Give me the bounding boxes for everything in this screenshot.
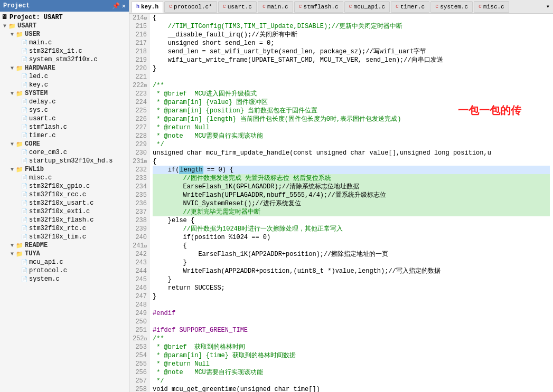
tree-label-flash-c: stm32f10x_flash.c — [29, 216, 93, 224]
tree-item-key-c[interactable]: 📄key.c — [0, 81, 129, 89]
tree-item-rcc-c[interactable]: 📄stm32f10x_rcc.c — [0, 190, 129, 199]
code-wrapper: 一包一包的传 214⊟215216217218219220221222⊟2232… — [129, 14, 553, 392]
line-num-258: 258 — [132, 385, 147, 392]
tree-item-sys-c[interactable]: 📄sys.c — [0, 106, 129, 114]
tab-icon-mcu-api-c: c — [349, 4, 352, 9]
tree-icon-delay-c: 📄 — [21, 99, 27, 105]
code-view[interactable]: 214⊟215216217218219220221222⊟22322422522… — [129, 14, 553, 392]
tree-label-core-folder: CORE — [25, 140, 40, 148]
tree-root-label: Project: USART — [10, 14, 63, 21]
tree-label-misc-c: misc.c — [29, 174, 52, 181]
tab-key-h[interactable]: hkey.h — [132, 1, 163, 13]
tree-item-fwlib[interactable]: ▼📁FWLib — [0, 165, 129, 174]
tree-item-misc-c[interactable]: 📄misc.c — [0, 174, 129, 182]
tree-item-system2-c[interactable]: 📄system.c — [0, 275, 129, 283]
code-line-230: unsigned char mcu_firm_update_handle(con… — [153, 149, 550, 157]
code-line-217: unsigned short send_len = 0; — [153, 39, 550, 47]
tab-usart-c[interactable]: cusart.c — [218, 1, 257, 13]
tree-item-core-cm3[interactable]: 📄core_cm3.c — [0, 148, 129, 157]
tree-expander-readme[interactable]: ▼ — [8, 243, 16, 248]
tree-item-hardware[interactable]: ▼📁HARDWARE — [0, 64, 129, 72]
tree-item-timer-c[interactable]: 📄timer.c — [0, 131, 129, 140]
tab-mcu-api-c[interactable]: cmcu_api.c — [344, 1, 390, 13]
tab-stmflash-c[interactable]: cstmflash.c — [294, 1, 343, 13]
tab-overflow-button[interactable]: ▾ — [543, 3, 553, 11]
line-num-218: 218 — [132, 47, 147, 56]
line-num-250: 250 — [132, 318, 147, 326]
tab-icon-main-c: c — [263, 4, 266, 9]
code-line-221 — [153, 73, 550, 81]
tree-item-gpio-c[interactable]: 📄stm32f10x_gpio.c — [0, 182, 129, 190]
code-line-258: void mcu_get_greentime(unsigned char tim… — [153, 385, 550, 392]
tree-item-user[interactable]: ▼📁USER — [0, 30, 129, 39]
tree-item-readme[interactable]: ▼📁README — [0, 241, 129, 250]
tree-item-usart-root[interactable]: ▼📁USART — [0, 22, 129, 30]
tree-expander-core-folder[interactable]: ▼ — [8, 141, 16, 147]
tree-label-timer-c: timer.c — [29, 132, 55, 139]
tree-expander-system-folder[interactable]: ▼ — [8, 91, 16, 97]
tree-icon-startup: 📄 — [21, 158, 27, 164]
tab-misc-c[interactable]: cmisc.c — [474, 1, 509, 13]
line-num-238: 238 — [132, 216, 147, 225]
tree-label-usart2-c: stm32f10x_usart.c — [29, 199, 93, 207]
editor-area: hkey.hcprotocol.c*cusart.ccmain.ccstmfla… — [129, 0, 553, 392]
tab-protocol-c[interactable]: cprotocol.c* — [164, 1, 217, 13]
code-line-216: __disable_fault_irq();//关闭所有中断 — [153, 31, 550, 39]
code-line-235: WriteFlash(UPFLAGADDR,nbuff_5555,4/4);//… — [153, 191, 550, 199]
code-line-254: * @param[in] {time} 获取到的格林时间数据 — [153, 351, 550, 360]
code-line-234: EarseFlash_1K(GPFLAGADDR);//清除系统标志位地址数据 — [153, 183, 550, 191]
code-line-248 — [153, 301, 550, 309]
code-line-239: //固件数据为1024B时进行一次擦除处理，其他正常写入 — [153, 225, 550, 233]
code-line-245: } — [153, 275, 550, 284]
tree-item-tim-c[interactable]: 📄stm32f10x_tim.c — [0, 233, 129, 241]
tree-expander-tuya[interactable]: ▼ — [8, 251, 16, 257]
tree-item-core-folder[interactable]: ▼📁CORE — [0, 140, 129, 148]
tree-item-usart2-c[interactable]: 📄stm32f10x_usart.c — [0, 199, 129, 207]
tree-item-usart-c[interactable]: 📄usart.c — [0, 114, 129, 123]
tree-label-usart-root: USART — [17, 22, 36, 30]
tree-item-system-stm32f10x[interactable]: 📄system_stm32f10x.c — [0, 55, 129, 64]
tree-icon-key-c: 📄 — [21, 82, 27, 88]
tree-item-main-c[interactable]: 📄main.c — [0, 39, 129, 47]
tree-icon-core-cm3: 📄 — [21, 149, 27, 156]
tree-item-exti-c[interactable]: 📄stm32f10x_exti.c — [0, 207, 129, 216]
tree-item-protocol-c[interactable]: 📄protocol.c — [0, 266, 129, 275]
tab-timer-c[interactable]: ctimer.c — [391, 1, 429, 13]
tree-expander-usart-root[interactable]: ▼ — [1, 23, 8, 29]
tree-expander-fwlib[interactable]: ▼ — [8, 167, 16, 173]
tab-icon-system-c: c — [435, 4, 438, 9]
tree-expander-user[interactable]: ▼ — [8, 32, 16, 37]
tree-item-stm32f10x-it[interactable]: 📄stm32f10x_it.c — [0, 47, 129, 55]
code-line-253: * @brief 获取到的格林时间 — [153, 343, 550, 351]
tab-icon-misc-c: c — [479, 4, 482, 9]
tree-item-delay-c[interactable]: 📄delay.c — [0, 98, 129, 106]
tab-main-c[interactable]: cmain.c — [258, 1, 293, 13]
line-num-224: 224 — [132, 98, 147, 107]
tree-project-root[interactable]: 🖥Project: USART — [0, 13, 129, 22]
code-line-233: //固件数据发送完成 先置升级标志位 然后复位系统 — [153, 174, 550, 183]
tree-item-stmflash-c[interactable]: 📄stmflash.c — [0, 123, 129, 131]
tree-item-system-folder[interactable]: ▼📁SYSTEM — [0, 89, 129, 98]
tree-expander-hardware[interactable]: ▼ — [8, 65, 16, 71]
tree-item-mcu-api[interactable]: 📄mcu_api.c — [0, 258, 129, 266]
tree-item-startup[interactable]: 📄startup_stm32f10x_hd.s — [0, 157, 129, 165]
tree-item-led-c[interactable]: 📄led.c — [0, 72, 129, 81]
tree-icon-led-c: 📄 — [21, 73, 27, 80]
code-line-226: * @param[in] {length} 当前固件包长度(固件包长度为0时,表… — [153, 115, 550, 123]
tree-label-main-c: main.c — [29, 39, 52, 46]
tree-label-stm32f10x-it: stm32f10x_it.c — [29, 47, 82, 55]
line-num-253: 253 — [132, 343, 147, 351]
close-icon[interactable]: ✕ — [122, 2, 126, 10]
pin-icon[interactable]: 📌 — [112, 2, 120, 10]
tree-item-flash-c[interactable]: 📄stm32f10x_flash.c — [0, 216, 129, 224]
line-num-232: 232 — [132, 166, 147, 174]
tree-item-rtc-c[interactable]: 📄stm32f10x_rtc.c — [0, 224, 129, 233]
tree-item-tuya[interactable]: ▼📁TUYA — [0, 250, 129, 258]
code-line-231: { — [153, 157, 550, 166]
line-num-246: 246 — [132, 284, 147, 292]
sidebar-controls[interactable]: 📌 ✕ — [112, 2, 126, 10]
tree-icon-main-c: 📄 — [21, 40, 27, 46]
tab-label-key-h: key.h — [141, 4, 158, 10]
tree-label-delay-c: delay.c — [29, 98, 55, 106]
tab-system-c[interactable]: csystem.c — [430, 1, 473, 13]
